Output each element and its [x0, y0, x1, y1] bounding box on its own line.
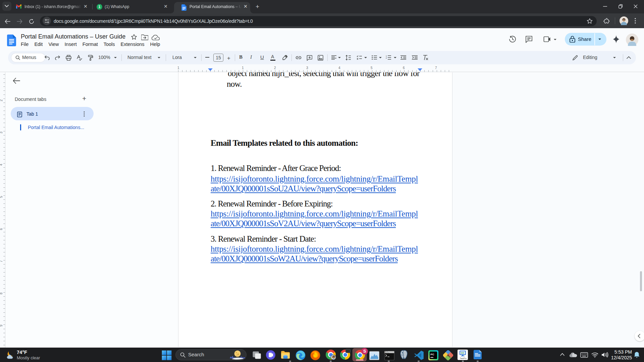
- svg-text:2: 2: [386, 57, 387, 59]
- svg-text:GO: GO: [461, 352, 464, 354]
- svg-text:C:\_: C:\_: [385, 351, 389, 353]
- svg-text:1: 1: [99, 5, 101, 9]
- svg-text:PC: PC: [430, 353, 434, 356]
